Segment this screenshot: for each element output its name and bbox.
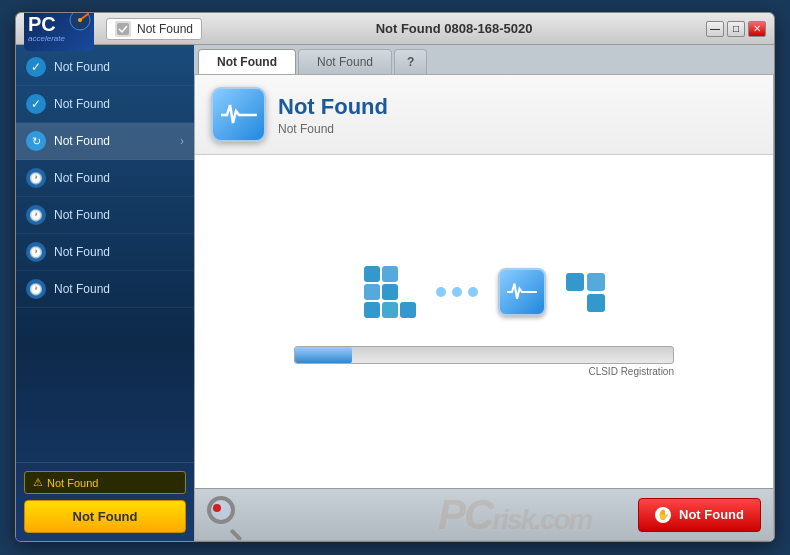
- magnifier-dot: [213, 504, 221, 512]
- stop-hand-icon: ✋: [655, 507, 671, 523]
- progress-bar: [294, 346, 674, 364]
- logo-speedometer-icon: [68, 12, 92, 32]
- sidebar-item-3[interactable]: ↻ Not Found ›: [16, 123, 194, 160]
- pcrisk-suffix: risk.com: [492, 504, 591, 535]
- close-button[interactable]: ✕: [748, 21, 766, 37]
- puzzle-r-bl: [566, 294, 584, 312]
- title-bar: PC accelerate Not Found Not Found 0808-1…: [16, 13, 774, 45]
- scan-area: CLSID Registration: [195, 155, 773, 488]
- puzzle-r-tr: [587, 273, 605, 291]
- main-window: PC accelerate Not Found Not Found 0808-1…: [15, 12, 775, 542]
- bottom-bar: PCrisk.com ✋ Not Found: [195, 488, 773, 540]
- sidebar-item-4-label: Not Found: [54, 171, 110, 185]
- clock-icon-4: 🕐: [26, 279, 46, 299]
- panel-title: Not Found: [278, 94, 757, 120]
- logo-pc-text: PC: [28, 14, 56, 34]
- sidebar-item-1[interactable]: ✓ Not Found: [16, 49, 194, 86]
- magnifier-handle: [230, 528, 243, 541]
- window-controls: — □ ✕: [706, 21, 766, 37]
- progress-label: CLSID Registration: [294, 366, 674, 377]
- sidebar-item-6-label: Not Found: [54, 245, 110, 259]
- scanning-dots: [436, 287, 478, 297]
- dot-2: [452, 287, 462, 297]
- window-title: Not Found 0808-168-5020: [202, 21, 706, 36]
- maximize-button[interactable]: □: [727, 21, 745, 37]
- puzzle-piece-ml: [364, 284, 380, 300]
- sidebar-item-5-label: Not Found: [54, 208, 110, 222]
- tab-bar: Not Found Not Found ?: [194, 45, 774, 74]
- panel-header: Not Found Not Found: [195, 75, 773, 155]
- status-icon: [115, 21, 131, 37]
- scan-icons-row: [364, 266, 605, 318]
- status-label: Not Found: [137, 22, 193, 36]
- ecg-svg-center: [507, 280, 537, 304]
- warning-icon: ⚠: [33, 476, 43, 489]
- puzzle-icon-right: [566, 273, 605, 312]
- stop-hand-symbol: ✋: [657, 509, 669, 520]
- sidebar-item-1-label: Not Found: [54, 60, 110, 74]
- puzzle-piece-br: [400, 302, 416, 318]
- sidebar-item-2-label: Not Found: [54, 97, 110, 111]
- app-content: ✓ Not Found ✓ Not Found ↻ Not Found › 🕐 …: [16, 45, 774, 541]
- main-content: Not Found Not Found ? Not: [194, 45, 774, 541]
- logo-box: PC accelerate: [24, 12, 94, 51]
- ecg-icon: [221, 101, 257, 129]
- app-icon-large: [211, 87, 266, 142]
- dot-3: [468, 287, 478, 297]
- check-icon-2: ✓: [26, 94, 46, 114]
- dot-1: [436, 287, 446, 297]
- pcrisk-pc: PC: [438, 491, 492, 538]
- progress-fill: [295, 347, 352, 363]
- sidebar-cta-button[interactable]: Not Found: [24, 500, 186, 533]
- sidebar-item-7[interactable]: 🕐 Not Found: [16, 271, 194, 308]
- panel-subtitle: Not Found: [278, 122, 757, 136]
- puzzle-piece-tl: [364, 266, 380, 282]
- check-icon-1: ✓: [26, 57, 46, 77]
- sidebar-item-2[interactable]: ✓ Not Found: [16, 86, 194, 123]
- app-logo: PC accelerate: [24, 12, 94, 51]
- puzzle-icon-left: [364, 266, 416, 318]
- puzzle-piece-tm: [382, 266, 398, 282]
- status-badge[interactable]: Not Found: [106, 18, 202, 40]
- status-icon-svg: [117, 23, 129, 35]
- minimize-button[interactable]: —: [706, 21, 724, 37]
- refresh-icon: ↻: [26, 131, 46, 151]
- sidebar-item-3-label: Not Found: [54, 134, 110, 148]
- magnifier-glass: [207, 496, 235, 524]
- puzzle-piece-bl: [364, 302, 380, 318]
- action-button[interactable]: ✋ Not Found: [638, 498, 761, 532]
- puzzle-r-tl: [566, 273, 584, 291]
- magnifier-icon: [207, 496, 245, 534]
- svg-point-1: [78, 18, 82, 22]
- sidebar-warning: ⚠ Not Found: [24, 471, 186, 494]
- clock-icon-3: 🕐: [26, 242, 46, 262]
- sidebar-item-7-label: Not Found: [54, 282, 110, 296]
- puzzle-piece-mm: [382, 284, 398, 300]
- sidebar-item-4[interactable]: 🕐 Not Found: [16, 160, 194, 197]
- app-icon-center: [498, 268, 546, 316]
- tab-2[interactable]: Not Found: [298, 49, 392, 74]
- sidebar-bottom: ⚠ Not Found Not Found: [16, 462, 194, 541]
- chevron-right-icon: ›: [180, 134, 184, 148]
- sidebar: ✓ Not Found ✓ Not Found ↻ Not Found › 🕐 …: [16, 45, 194, 541]
- progress-container: CLSID Registration: [294, 346, 674, 377]
- tab-help[interactable]: ?: [394, 49, 427, 74]
- sidebar-warning-label: Not Found: [47, 477, 98, 489]
- puzzle-piece-mr: [400, 284, 416, 300]
- panel-title-area: Not Found Not Found: [278, 94, 757, 136]
- pcrisk-logo: PCrisk.com: [438, 491, 592, 539]
- puzzle-r-br: [587, 294, 605, 312]
- svg-rect-2: [117, 23, 129, 35]
- puzzle-piece-bm: [382, 302, 398, 318]
- action-button-label: Not Found: [679, 507, 744, 522]
- sidebar-item-5[interactable]: 🕐 Not Found: [16, 197, 194, 234]
- sidebar-item-6[interactable]: 🕐 Not Found: [16, 234, 194, 271]
- ecg-svg: [221, 101, 257, 129]
- logo-accel-text: accelerate: [28, 34, 65, 43]
- clock-icon-1: 🕐: [26, 168, 46, 188]
- puzzle-piece-tr: [400, 266, 416, 282]
- tab-1[interactable]: Not Found: [198, 49, 296, 74]
- sidebar-menu: ✓ Not Found ✓ Not Found ↻ Not Found › 🕐 …: [16, 45, 194, 462]
- clock-icon-2: 🕐: [26, 205, 46, 225]
- main-panel: Not Found Not Found: [194, 74, 774, 541]
